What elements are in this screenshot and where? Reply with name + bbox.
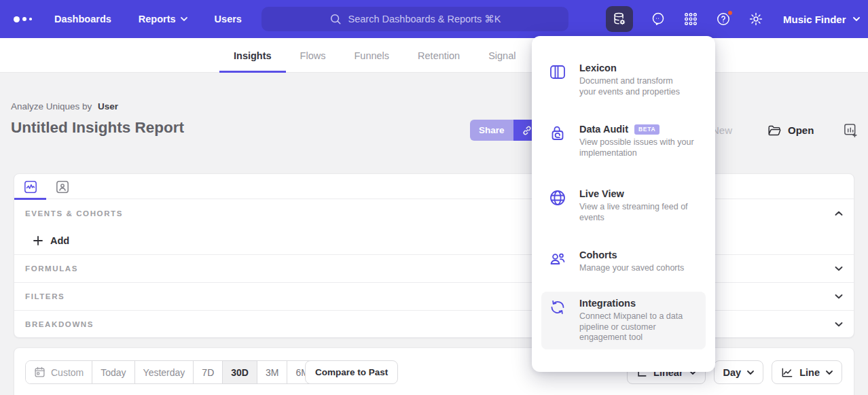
add-event-button[interactable]: Add [33,235,69,246]
tab-insights[interactable]: Insights [219,38,286,73]
report-tabs-bar: Insights Flows Funnels Retention Signal … [0,38,868,73]
share-button[interactable]: Share [470,120,513,141]
project-name: Music Finder [783,14,846,25]
menu-item-live-view[interactable]: Live View View a live streaming feed of … [541,182,706,229]
formulas-section-header[interactable]: FORMULAS [14,254,854,282]
filters-section-header[interactable]: FILTERS [14,282,854,310]
menu-item-data-audit[interactable]: Data Audit BETA View possible issues wit… [541,118,706,165]
interval-value: Day [723,367,742,378]
filters-label: FILTERS [25,292,65,300]
chevron-down-icon[interactable] [835,294,843,299]
nav-dashboards[interactable]: Dashboards [54,14,111,24]
chevron-down-icon[interactable] [835,322,843,327]
nav-users-label: Users [215,14,242,24]
person-icon [56,180,69,194]
tab-signal[interactable]: Signal [474,38,530,73]
lexicon-book-icon [549,63,566,81]
search-placeholder: Search Dashboards & Reports ⌘K [348,14,501,24]
range-custom[interactable]: Custom [26,361,92,383]
data-management-button[interactable] [606,6,633,32]
add-label: Add [50,235,69,246]
tab-metrics-view[interactable] [14,174,46,199]
range-30d[interactable]: 30D [222,361,257,383]
chevron-down-icon [747,371,754,375]
nav-users[interactable]: Users [215,14,242,24]
range-7d[interactable]: 7D [193,361,222,383]
nav-reports-label: Reports [139,14,176,24]
plus-icon [33,236,43,245]
chart-toolbar-card: Custom Today Yesterday 7D 30D 3M 6M 12M … [14,347,854,395]
line-chart-icon [781,367,793,378]
gear-icon [748,12,763,27]
open-label: Open [788,124,814,136]
nav-reports[interactable]: Reports [139,14,187,24]
chevron-down-icon[interactable] [835,266,843,271]
data-management-dropdown: Lexicon Document and transform your even… [532,36,715,372]
chevron-down-icon [826,371,833,375]
add-to-dashboard-button[interactable] [844,123,858,138]
search-input[interactable]: Search Dashboards & Reports ⌘K [261,7,568,31]
breakdowns-label: BREAKDOWNS [25,320,94,328]
builder-view-tabs [14,174,854,199]
primary-nav: Dashboards Reports Users [54,14,242,24]
share-group: Share [470,120,541,141]
report-title[interactable]: Untitled Insights Report [11,119,184,137]
open-report-button[interactable]: Open [767,124,814,137]
nav-dashboards-label: Dashboards [54,14,111,24]
help-button[interactable] [716,12,731,27]
grid-apps-icon [683,12,698,27]
report-actions: New Open [706,120,868,141]
events-cohorts-section-header[interactable]: EVENTS & COHORTS [14,199,854,227]
chart-type-select[interactable]: Line [772,360,842,384]
range-yesterday[interactable]: Yesterday [134,361,194,383]
menu-item-title: Lexicon [579,63,689,73]
menu-item-desc: View a live streaming feed of events [579,202,692,223]
top-nav: Dashboards Reports Users Search Dashboar… [0,0,868,38]
notification-dot [727,10,734,16]
chat-bubble-icon [651,12,666,27]
app-window: Dashboards Reports Users Search Dashboar… [0,0,868,395]
formulas-label: FORMULAS [25,264,78,273]
interval-select[interactable]: Day [714,360,764,384]
tab-retention[interactable]: Retention [403,38,474,73]
link-icon [521,124,533,137]
menu-item-title: Cohorts [579,250,715,260]
project-switcher[interactable]: Music Finder [783,14,860,25]
chart-plus-icon [844,123,858,138]
settings-button[interactable] [748,12,763,27]
menu-item-lexicon[interactable]: Lexicon Document and transform your even… [541,56,706,103]
tab-users-view[interactable] [46,174,78,199]
search-icon [329,13,342,25]
chevron-up-icon[interactable] [835,211,843,216]
range-custom-label: Custom [51,367,84,378]
globe-icon [549,189,566,207]
pulse-chart-icon [24,180,37,194]
integrations-sync-icon [549,298,566,316]
feedback-button[interactable] [651,12,666,27]
apps-grid-button[interactable] [683,12,698,27]
date-range-picker: Custom Today Yesterday 7D 30D 3M 6M 12M [25,360,353,384]
tab-funnels[interactable]: Funnels [340,38,403,73]
menu-item-desc: Connect Mixpanel to a data pipeline or c… [579,311,688,343]
folder-icon [767,124,782,137]
beta-badge: BETA [634,124,659,135]
menu-item-desc: View possible issues with your implement… [579,137,700,158]
chevron-down-icon [853,17,860,21]
calendar-icon [34,366,46,378]
tab-flows[interactable]: Flows [286,38,340,73]
menu-item-title: Integrations [579,298,688,309]
range-today[interactable]: Today [92,361,134,383]
range-3m[interactable]: 3M [257,361,287,383]
query-builder-card: EVENTS & COHORTS Add FORMULAS FILTERS BR… [14,173,854,338]
data-audit-lock-icon [549,124,566,142]
menu-item-desc: Manage your saved cohorts [579,263,715,274]
menu-item-integrations[interactable]: Integrations Connect Mixpanel to a data … [541,292,706,349]
compare-to-past-button[interactable]: Compare to Past [305,360,398,384]
breakdowns-section-header[interactable]: BREAKDOWNS [14,310,854,338]
subtitle-entity-selector[interactable]: User [98,101,118,111]
mixpanel-logo-icon[interactable] [14,0,32,38]
cohorts-people-icon [549,250,566,268]
events-cohorts-label: EVENTS & COHORTS [25,209,123,218]
menu-item-cohorts[interactable]: Cohorts Manage your saved cohorts [541,243,706,280]
menu-item-desc: Document and transform your events and p… [579,76,689,97]
